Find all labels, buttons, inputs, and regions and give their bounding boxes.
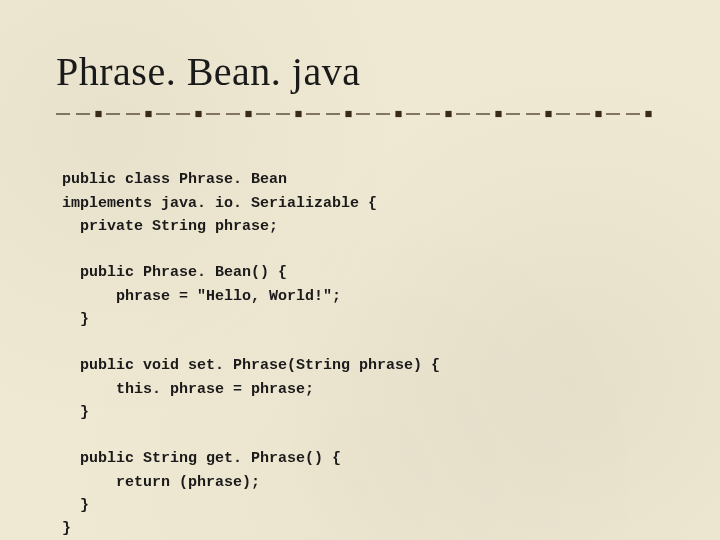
svg-rect-5	[146, 112, 151, 117]
svg-rect-8	[196, 112, 201, 117]
code-line: public void set. Phrase(String phrase) {	[62, 357, 440, 374]
code-line: }	[62, 311, 89, 328]
svg-rect-26	[496, 112, 501, 117]
page-title: Phrase. Bean. java	[56, 48, 664, 95]
svg-rect-29	[546, 112, 551, 117]
slide: Phrase. Bean. java	[0, 0, 720, 540]
code-line: implements java. io. Serializable {	[62, 195, 377, 212]
title-divider	[56, 109, 656, 119]
code-line: private String phrase;	[62, 218, 278, 235]
code-line: }	[62, 404, 89, 421]
code-line: return (phrase);	[62, 474, 260, 491]
code-line: }	[62, 497, 89, 514]
code-line: this. phrase = phrase;	[62, 381, 314, 398]
svg-rect-32	[596, 112, 601, 117]
code-block: public class Phrase. Bean implements jav…	[56, 145, 664, 540]
code-line: public Phrase. Bean() {	[62, 264, 287, 281]
svg-rect-11	[246, 112, 251, 117]
svg-rect-17	[346, 112, 351, 117]
svg-rect-2	[96, 112, 101, 117]
svg-rect-14	[296, 112, 301, 117]
svg-rect-20	[396, 112, 401, 117]
code-line: phrase = "Hello, World!";	[62, 288, 341, 305]
code-line: public String get. Phrase() {	[62, 450, 341, 467]
svg-rect-23	[446, 112, 451, 117]
svg-rect-35	[646, 112, 651, 117]
code-line: public class Phrase. Bean	[62, 171, 287, 188]
code-line: }	[62, 520, 71, 537]
